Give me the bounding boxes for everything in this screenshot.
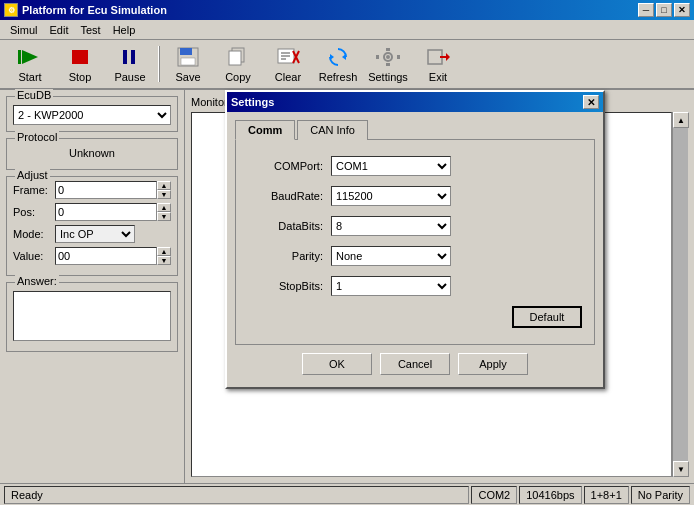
comport-row: COMPort: COM1COM2COM3 xyxy=(248,156,582,176)
stop-label: Stop xyxy=(69,71,92,83)
stop-button[interactable]: Stop xyxy=(56,43,104,85)
exit-label: Exit xyxy=(429,71,447,83)
protocol-group: Protocol Unknown xyxy=(6,138,178,170)
databits-select[interactable]: 78 xyxy=(331,216,451,236)
stopbits-row: StopBits: 12 xyxy=(248,276,582,296)
menu-bar: Simul Edit Test Help xyxy=(0,20,694,40)
value-spinner[interactable]: ▲ ▼ xyxy=(157,247,171,265)
tab-can-info[interactable]: CAN Info xyxy=(297,120,368,140)
start-button[interactable]: Start xyxy=(6,43,54,85)
frame-down[interactable]: ▼ xyxy=(157,190,171,199)
frame-spinner[interactable]: ▲ ▼ xyxy=(157,181,171,199)
comport-select[interactable]: COM1COM2COM3 xyxy=(331,156,451,176)
apply-button[interactable]: Apply xyxy=(458,353,528,375)
svg-rect-21 xyxy=(386,63,390,66)
tab-comm[interactable]: Comm xyxy=(235,120,295,140)
adjust-group: Adjust Frame: ▲ ▼ Pos: ▲ ▼ Mode: xyxy=(6,176,178,276)
svg-rect-20 xyxy=(386,48,390,51)
baudrate-row: BaudRate: 9600192003840057600115200 xyxy=(248,186,582,206)
parity-row: Parity: NoneEvenOdd xyxy=(248,246,582,266)
parity-label: Parity: xyxy=(248,250,323,262)
refresh-label: Refresh xyxy=(319,71,358,83)
close-button[interactable]: ✕ xyxy=(674,3,690,17)
start-label: Start xyxy=(18,71,41,83)
dialog-title-bar: Settings ✕ xyxy=(227,92,603,112)
dialog-body: Comm CAN Info COMPort: COM1COM2COM3 Baud… xyxy=(227,112,603,387)
menu-edit[interactable]: Edit xyxy=(44,22,75,38)
value-input[interactable] xyxy=(55,247,157,265)
menu-simul[interactable]: Simul xyxy=(4,22,44,38)
ecudb-group: EcuDB 2 - KWP2000 xyxy=(6,96,178,132)
tab-bar: Comm CAN Info xyxy=(235,120,595,140)
pos-label: Pos: xyxy=(13,206,55,218)
answer-display xyxy=(13,291,171,341)
frame-label: Frame: xyxy=(13,184,55,196)
toolbar: Start Stop Pause Save xyxy=(0,40,694,90)
monitor-scrollbar[interactable]: ▲ ▼ xyxy=(672,112,688,477)
refresh-button[interactable]: Refresh xyxy=(314,43,362,85)
comport-label: COMPort: xyxy=(248,160,323,172)
pos-down[interactable]: ▼ xyxy=(157,212,171,221)
title-bar: ⚙ Platform for Ecu Simulation ─ □ ✕ xyxy=(0,0,694,20)
copy-button[interactable]: Copy xyxy=(214,43,262,85)
maximize-button[interactable]: □ xyxy=(656,3,672,17)
scroll-track xyxy=(673,128,688,461)
menu-help[interactable]: Help xyxy=(107,22,142,38)
ok-button[interactable]: OK xyxy=(302,353,372,375)
scroll-up-button[interactable]: ▲ xyxy=(673,112,689,128)
clear-icon xyxy=(272,45,304,69)
baudrate-label: BaudRate: xyxy=(248,190,323,202)
svg-rect-22 xyxy=(376,55,379,59)
settings-button[interactable]: Settings xyxy=(364,43,412,85)
pause-button[interactable]: Pause xyxy=(106,43,154,85)
frame-up[interactable]: ▲ xyxy=(157,181,171,190)
pos-input[interactable] xyxy=(55,203,157,221)
svg-marker-16 xyxy=(342,54,346,60)
copy-label: Copy xyxy=(225,71,251,83)
baudrate-select[interactable]: 9600192003840057600115200 xyxy=(331,186,451,206)
status-bar: Ready COM2 10416bps 1+8+1 No Parity xyxy=(0,483,694,505)
status-bits: 1+8+1 xyxy=(584,486,629,504)
default-button[interactable]: Default xyxy=(512,306,582,328)
pos-row: Pos: ▲ ▼ xyxy=(13,203,171,221)
dialog-close-button[interactable]: ✕ xyxy=(583,95,599,109)
status-com: COM2 xyxy=(471,486,517,504)
ecudb-select[interactable]: 2 - KWP2000 xyxy=(13,105,171,125)
cancel-button[interactable]: Cancel xyxy=(380,353,450,375)
pause-icon xyxy=(114,45,146,69)
parity-select[interactable]: NoneEvenOdd xyxy=(331,246,451,266)
app-icon: ⚙ xyxy=(4,3,18,17)
frame-row: Frame: ▲ ▼ xyxy=(13,181,171,199)
svg-rect-1 xyxy=(18,50,21,64)
svg-rect-3 xyxy=(123,50,127,64)
pos-up[interactable]: ▲ xyxy=(157,203,171,212)
adjust-label: Adjust xyxy=(15,169,50,181)
menu-test[interactable]: Test xyxy=(74,22,106,38)
value-label: Value: xyxy=(13,250,55,262)
value-up[interactable]: ▲ xyxy=(157,247,171,256)
dialog-buttons: OK Cancel Apply xyxy=(235,345,595,379)
settings-dialog: Settings ✕ Comm CAN Info COMPort: COM1CO… xyxy=(225,90,605,389)
scroll-down-button[interactable]: ▼ xyxy=(673,461,689,477)
svg-point-19 xyxy=(386,55,390,59)
pos-spinner[interactable]: ▲ ▼ xyxy=(157,203,171,221)
save-button[interactable]: Save xyxy=(164,43,212,85)
svg-rect-9 xyxy=(229,51,241,65)
clear-button[interactable]: Clear xyxy=(264,43,312,85)
separator-1 xyxy=(158,46,160,82)
value-down[interactable]: ▼ xyxy=(157,256,171,265)
mode-select[interactable]: Inc OP xyxy=(55,225,135,243)
stopbits-select[interactable]: 12 xyxy=(331,276,451,296)
answer-group: Answer: xyxy=(6,282,178,352)
status-parity: No Parity xyxy=(631,486,690,504)
stop-icon xyxy=(64,45,96,69)
exit-button[interactable]: Exit xyxy=(414,43,462,85)
save-icon xyxy=(172,45,204,69)
frame-input[interactable] xyxy=(55,181,157,199)
mode-label: Mode: xyxy=(13,228,55,240)
refresh-icon xyxy=(322,45,354,69)
clear-label: Clear xyxy=(275,71,301,83)
minimize-button[interactable]: ─ xyxy=(638,3,654,17)
svg-rect-7 xyxy=(181,58,195,65)
answer-label: Answer: xyxy=(15,275,59,287)
